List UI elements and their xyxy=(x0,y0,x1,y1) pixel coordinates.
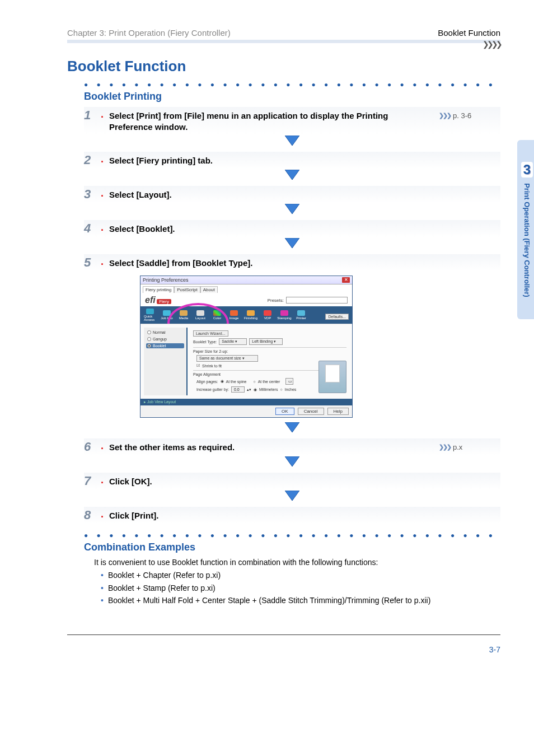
step-number: 3 xyxy=(84,188,97,200)
step-ref[interactable]: ❯❯❯ p. 3-6 xyxy=(439,109,500,120)
brand-row: efi Fiery Presets: xyxy=(140,293,352,306)
step-text: Select [Print] from [File] menu in an ap… xyxy=(109,109,433,132)
radio-at-spine[interactable]: ◉ xyxy=(221,379,224,384)
ref-arrow-icon: ❯❯❯ xyxy=(439,112,451,119)
presets-dropdown[interactable] xyxy=(286,297,348,304)
down-arrow-icon xyxy=(84,204,500,217)
bullet-icon: • xyxy=(101,570,104,581)
gutter-spinner-icon[interactable]: ▴▾ xyxy=(247,388,251,392)
layout-mode-list: Normal Gangup Booklet xyxy=(144,328,188,395)
lower-panel: Normal Gangup Booklet Launch Wizard... B… xyxy=(140,324,352,399)
side-tab-chapter-number: 3 xyxy=(521,162,533,178)
presets: Presets: xyxy=(268,297,348,304)
tab-postscript[interactable]: PostScript xyxy=(174,286,200,293)
step-number: 8 xyxy=(84,509,97,521)
step-number: 2 xyxy=(84,154,97,166)
step-text: Select [Fiery printing] tab. xyxy=(109,154,433,166)
svg-marker-5 xyxy=(285,456,299,466)
radio-booklet[interactable]: Booklet xyxy=(146,343,184,348)
icon-quick-access[interactable]: Quick Access xyxy=(144,309,156,321)
brand-logo: efi Fiery xyxy=(145,295,171,305)
section-booklet-printing: ● ● ● ● ● ● ● ● ● ● ● ● ● ● ● ● ● ● ● ● … xyxy=(67,81,500,606)
tab-about[interactable]: About xyxy=(200,286,218,293)
down-arrow-icon xyxy=(84,238,500,251)
header-chevrons-icon: ❯❯❯❯ xyxy=(483,40,500,49)
presets-label: Presets: xyxy=(268,298,284,303)
step-number: 7 xyxy=(84,475,97,487)
align-preview-icon[interactable]: ▭ xyxy=(285,378,293,385)
svg-marker-2 xyxy=(285,204,299,214)
job-view-strip[interactable]: ▸ Job View Layout xyxy=(140,399,352,405)
driver-screenshot: Printing Preferences ✕ Fiery printing Po… xyxy=(140,276,353,418)
icon-vdp[interactable]: VDP xyxy=(261,310,274,320)
icon-stamping[interactable]: Stamping xyxy=(278,310,291,320)
close-icon[interactable]: ✕ xyxy=(342,277,350,283)
step-text: Select [Layout]. xyxy=(109,188,433,200)
paper-size-label: Paper Size for 2-up: xyxy=(193,349,346,353)
ref-arrow-icon: ❯❯❯ xyxy=(439,444,451,451)
binding-dropdown[interactable]: Left Binding ▾ xyxy=(249,338,283,345)
side-tab-label: Print Operation (Fiery Controller) xyxy=(523,183,531,297)
step-number: 1 xyxy=(84,109,97,122)
page-title: Booklet Function xyxy=(67,58,500,75)
bullet-icon: • xyxy=(101,595,104,606)
gutter-input[interactable]: 0.0 xyxy=(231,386,245,393)
step-2: 2. Select [Fiery printing] tab. xyxy=(84,152,500,169)
down-arrow-icon xyxy=(84,136,500,148)
step-dot-icon: . xyxy=(101,256,104,267)
fiery-badge: Fiery xyxy=(157,299,171,304)
step-dot-icon: . xyxy=(101,188,104,198)
driver-tabs: Fiery printing PostScript About xyxy=(140,284,352,293)
icon-color[interactable]: Color xyxy=(211,310,223,320)
step-4: 4. Select [Booklet]. xyxy=(84,220,500,237)
icon-layout[interactable]: Layout xyxy=(194,310,207,320)
launch-wizard-button[interactable]: Launch Wizard... xyxy=(193,330,228,337)
tab-fiery-printing[interactable]: Fiery printing xyxy=(143,286,174,293)
radio-inches[interactable]: ○ xyxy=(280,388,282,391)
shrink-checkbox[interactable]: ☑ xyxy=(196,363,200,368)
help-button[interactable]: Help xyxy=(327,408,349,415)
radio-gangup[interactable]: Gangup xyxy=(146,337,184,342)
step-text: Select [Booklet]. xyxy=(109,222,433,235)
step-3: 3. Select [Layout]. xyxy=(84,186,500,203)
icon-finishing[interactable]: Finishing xyxy=(245,310,257,320)
paper-size-dropdown[interactable]: Same as document size ▾ xyxy=(196,355,258,362)
step-7: 7. Click [OK]. xyxy=(84,473,500,489)
step-ref-text: p. 3-6 xyxy=(453,111,471,120)
defaults-button[interactable]: Defaults... xyxy=(325,314,349,320)
svg-marker-0 xyxy=(285,136,299,146)
shrink-label: Shrink to fit xyxy=(202,364,222,368)
brand-text: efi xyxy=(145,295,156,305)
down-arrow-icon xyxy=(84,422,500,435)
preview-thumbnail-icon xyxy=(318,361,346,393)
booklet-settings: Launch Wizard... Booklet Type: Saddle ▾ … xyxy=(191,328,349,395)
step-number: 5 xyxy=(84,256,97,269)
radio-mm[interactable]: ◉ xyxy=(254,388,257,392)
bullet-icon: • xyxy=(101,583,104,594)
icon-image[interactable]: Image xyxy=(228,310,240,320)
cancel-button[interactable]: Cancel xyxy=(298,408,324,415)
window-titlebar: Printing Preferences ✕ xyxy=(140,276,352,284)
align-pages-label: Align pages: xyxy=(196,380,218,384)
header-section-label: Booklet Function xyxy=(438,28,500,38)
svg-marker-3 xyxy=(285,238,299,248)
header-bar xyxy=(67,40,500,43)
dot-separator-icon: ● ● ● ● ● ● ● ● ● ● ● ● ● ● ● ● ● ● ● ● … xyxy=(84,81,500,88)
svg-marker-6 xyxy=(285,491,299,501)
step-number: 4 xyxy=(84,222,97,235)
icon-job-info[interactable]: Job Info xyxy=(161,310,173,320)
svg-marker-4 xyxy=(285,422,299,432)
step-ref[interactable]: ❯❯❯ p.x xyxy=(439,441,500,451)
svg-marker-1 xyxy=(285,170,299,180)
icon-media[interactable]: Media xyxy=(177,310,190,320)
list-item-text: Booklet + Multi Half Fold + Center Stapl… xyxy=(108,595,430,606)
list-item: • Booklet + Stamp (Refer to p.xi) xyxy=(101,583,500,594)
header-underline: ❯❯❯❯ xyxy=(67,40,500,46)
step-1: 1. Select [Print] from [File] menu in an… xyxy=(84,107,500,134)
icon-printer[interactable]: Printer xyxy=(295,310,307,320)
step-dot-icon: . xyxy=(101,109,104,119)
radio-normal[interactable]: Normal xyxy=(146,330,184,335)
radio-at-center[interactable]: ○ xyxy=(253,380,255,384)
ok-button[interactable]: OK xyxy=(275,408,294,415)
booklet-type-dropdown[interactable]: Saddle ▾ xyxy=(219,338,247,345)
